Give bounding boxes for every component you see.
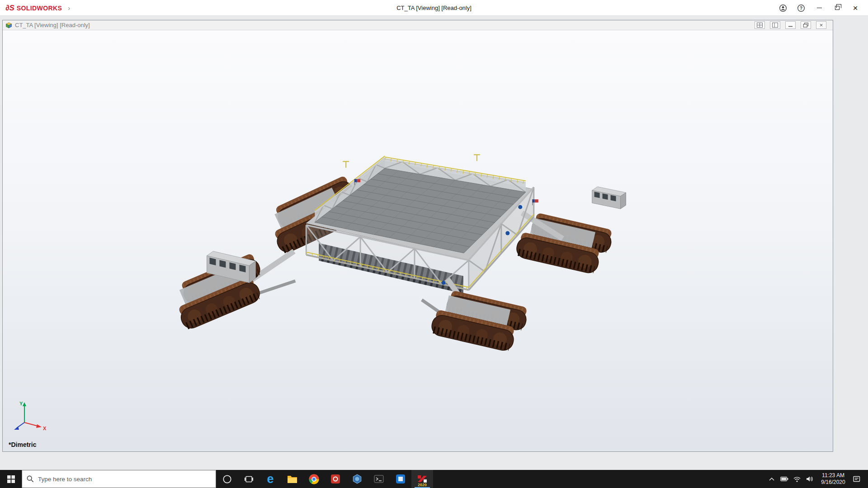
document-minimize-button[interactable] [785, 21, 796, 29]
restore-button[interactable] [828, 0, 846, 16]
view-orientation-label: *Dimetric [9, 441, 36, 448]
viewport-layout-button[interactable] [755, 21, 765, 29]
search-icon [27, 475, 34, 483]
taskbar-item-chrome[interactable] [303, 470, 325, 488]
split-view-button[interactable] [770, 21, 780, 29]
taskbar-item-red-app[interactable] [325, 470, 346, 488]
action-center-icon [853, 475, 861, 483]
svg-text:Y: Y [19, 401, 23, 406]
y-axis-icon [23, 402, 26, 406]
system-tray: 11:23 AM 9/16/2020 [766, 470, 868, 488]
restore-icon [835, 6, 840, 10]
doc-close-icon: × [820, 22, 823, 28]
minimize-button[interactable] [810, 0, 828, 16]
task-view-button[interactable] [238, 470, 259, 488]
search-input[interactable] [38, 476, 211, 483]
volume-status[interactable] [804, 470, 816, 488]
svg-text:X: X [43, 426, 47, 431]
action-center-button[interactable] [851, 470, 863, 488]
control-cab-right [592, 187, 626, 209]
doc-minimize-icon [788, 23, 793, 28]
track-assembly-front-right [430, 287, 529, 354]
document-titlebar[interactable]: CT_TA [Viewing] [Read-only] [3, 20, 833, 30]
app-window-controls: ? × [774, 0, 864, 16]
doc-restore-icon [803, 23, 809, 28]
taskbar-item-edge[interactable]: e [259, 470, 281, 488]
taskbar-item-hexagon-app[interactable] [346, 470, 368, 488]
user-account-icon [779, 4, 787, 12]
solidworks-app-window: ∂S SOLIDWORKS › CT_TA [Viewing] [Read-on… [0, 0, 868, 488]
split-view-layout-icon [772, 23, 778, 28]
taskbar-clock[interactable]: 11:23 AM 9/16/2020 [816, 470, 850, 488]
blue-app-icon [396, 474, 406, 484]
orientation-triad: Y X [7, 399, 49, 438]
steering-cylinders [246, 281, 454, 323]
dassault-logo-icon: ∂S [5, 4, 14, 13]
windows-taskbar: e [0, 470, 868, 488]
document-window: CT_TA [Viewing] [Read-only] [2, 20, 833, 452]
assembly-document-icon [5, 22, 12, 28]
cortana-icon [222, 474, 232, 484]
taskbar-item-solidworks[interactable]: 2020 [411, 470, 433, 488]
taskbar-empty-space [433, 470, 766, 488]
close-button[interactable]: × [846, 0, 864, 16]
clock-time: 11:23 AM [822, 472, 844, 479]
close-icon: × [853, 4, 858, 12]
account-button[interactable] [774, 0, 792, 16]
graphics-viewport[interactable]: Y X *Dimetric [3, 30, 833, 451]
battery-icon [780, 477, 788, 481]
document-window-controls: × [755, 21, 826, 29]
network-status[interactable] [791, 470, 803, 488]
start-button[interactable] [0, 470, 22, 488]
x-axis-icon [36, 424, 42, 428]
document-title: CT_TA [Viewing] [Read-only] [15, 22, 90, 28]
task-view-icon [245, 475, 253, 483]
taskbar-search[interactable] [22, 470, 216, 488]
solidworks-wordmark: SOLIDWORKS [17, 5, 62, 12]
document-restore-button[interactable] [801, 21, 811, 29]
solidworks-logo: ∂S SOLIDWORKS › [5, 0, 70, 16]
clock-date: 9/16/2020 [821, 479, 845, 486]
minimize-icon [817, 8, 822, 8]
svg-text:?: ? [800, 6, 802, 11]
solidworks-version-badge: 2020 [411, 483, 433, 487]
cortana-button[interactable] [216, 470, 238, 488]
four-view-layout-icon [757, 23, 763, 28]
taskbar-item-command-prompt[interactable] [368, 470, 390, 488]
crawler-transporter-model [3, 30, 833, 451]
help-icon: ? [797, 4, 805, 12]
red-app-icon [330, 474, 340, 484]
hexagon-app-icon [352, 474, 362, 484]
edge-icon: e [267, 473, 274, 485]
taskbar-item-blue-app[interactable] [390, 470, 411, 488]
file-explorer-icon [287, 475, 297, 483]
taskbar-item-file-explorer[interactable] [281, 470, 303, 488]
battery-status[interactable] [778, 470, 790, 488]
command-prompt-icon [374, 475, 384, 483]
app-window-title: CT_TA [Viewing] [Read-only] [0, 0, 868, 16]
menu-expand-arrow-icon[interactable]: › [68, 4, 70, 12]
windows-logo-icon [7, 475, 15, 483]
help-button[interactable]: ? [792, 0, 810, 16]
chrome-icon [309, 474, 319, 484]
tray-overflow-button[interactable] [766, 470, 778, 488]
document-close-button[interactable]: × [816, 21, 826, 29]
app-titlebar: ∂S SOLIDWORKS › CT_TA [Viewing] [Read-on… [0, 0, 868, 16]
speaker-icon [806, 476, 813, 482]
chevron-up-icon [769, 477, 775, 482]
wifi-icon [793, 476, 801, 482]
